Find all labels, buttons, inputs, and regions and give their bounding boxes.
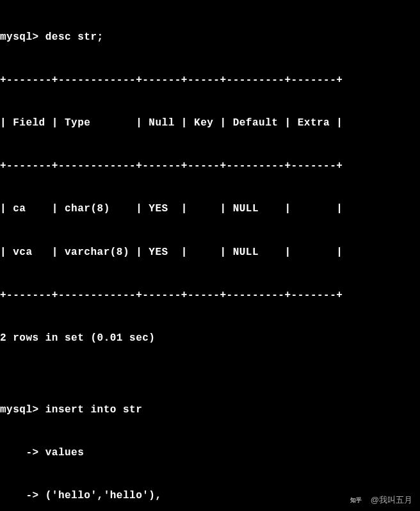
terminal-line: +-------+------------+------+-----+-----…: [0, 159, 420, 173]
zhihu-watermark: 知乎 @我叫五月: [350, 494, 412, 506]
terminal-line: mysql> insert into str: [0, 403, 420, 417]
terminal-line: | vca | varchar(8) | YES | | NULL | |: [0, 245, 420, 259]
mysql-terminal[interactable]: mysql> desc str; +-------+------------+-…: [0, 1, 420, 511]
terminal-line: | ca | char(8) | YES | | NULL | |: [0, 202, 420, 216]
terminal-line: -> values: [0, 446, 420, 460]
terminal-line: +-------+------------+------+-----+-----…: [0, 288, 420, 302]
svg-text:知乎: 知乎: [350, 497, 362, 503]
watermark-text: @我叫五月: [371, 494, 412, 506]
zhihu-logo-icon: 知乎: [350, 496, 368, 505]
terminal-line: | Field | Type | Null | Key | Default | …: [0, 116, 420, 130]
terminal-line: mysql> desc str;: [0, 30, 420, 44]
terminal-line: 2 rows in set (0.01 sec): [0, 331, 420, 345]
terminal-line: +-------+------------+------+-----+-----…: [0, 73, 420, 87]
